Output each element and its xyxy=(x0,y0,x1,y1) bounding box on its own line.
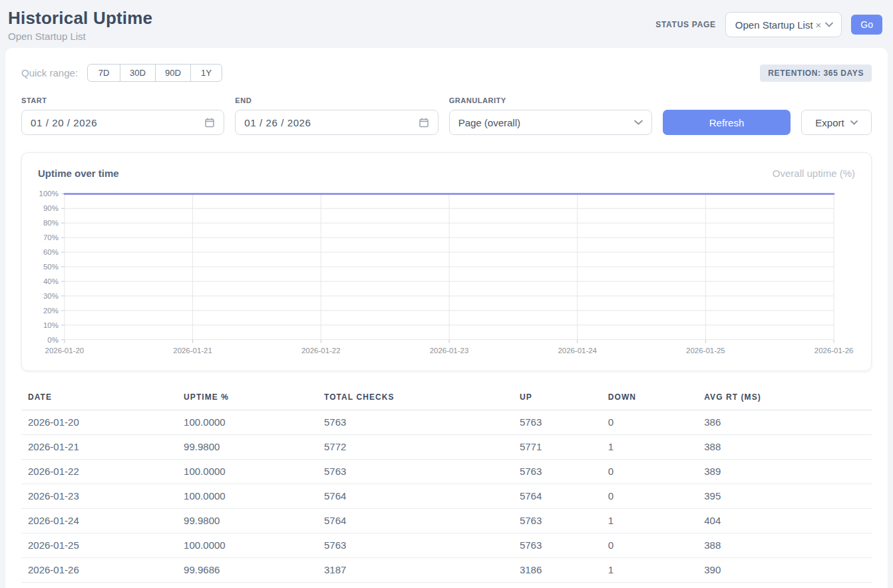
start-date-input[interactable]: 01 / 20 / 2026 xyxy=(21,110,224,135)
granularity-field-group: GRANULARITY Page (overall) xyxy=(449,96,652,135)
table-row: 2026-01-2499.9800576457631404 xyxy=(21,509,872,533)
cell: 5772 xyxy=(324,435,520,460)
cell: 99.9800 xyxy=(184,509,324,533)
cell: 5764 xyxy=(324,484,520,509)
quick-range-30d-button[interactable]: 30D xyxy=(120,64,156,82)
uptime-chart-card: Uptime over time Overall uptime (%) 0%10… xyxy=(21,152,872,371)
cell: 100.0000 xyxy=(184,484,324,509)
cell: 5763 xyxy=(520,533,608,558)
cell: 0 xyxy=(608,484,704,509)
end-date-input[interactable]: 01 / 26 / 2026 xyxy=(235,110,438,135)
table-row: 2026-01-23100.0000576457640395 xyxy=(21,484,872,509)
svg-text:2026-01-23: 2026-01-23 xyxy=(430,347,469,355)
table-row: 2026-01-2699.9686318731861390 xyxy=(21,558,872,583)
cell: 2026-01-22 xyxy=(21,460,184,484)
cell: 5763 xyxy=(520,509,608,533)
quick-range-label: Quick range: xyxy=(21,67,78,78)
table-row: 2026-01-22100.0000576357630389 xyxy=(21,460,872,484)
granularity-label: GRANULARITY xyxy=(449,96,652,104)
svg-text:2026-01-20: 2026-01-20 xyxy=(45,347,85,355)
go-button[interactable]: Go xyxy=(851,15,882,35)
controls-row: START 01 / 20 / 2026 END 01 / 26 / 2026 … xyxy=(21,96,872,135)
cell: 2026-01-23 xyxy=(21,484,184,509)
end-label: END xyxy=(235,96,438,104)
start-date-value: 01 / 20 / 2026 xyxy=(31,117,97,128)
column-header-avg-rt-ms-: AVG RT (MS) xyxy=(704,387,872,410)
cell: 2026-01-26 xyxy=(21,558,184,583)
cell: 99.9686 xyxy=(184,558,324,583)
svg-text:0%: 0% xyxy=(47,336,59,344)
svg-text:50%: 50% xyxy=(43,263,59,271)
cell: 5763 xyxy=(324,410,520,435)
chart-legend: Overall uptime (%) xyxy=(773,168,855,179)
cell: 5763 xyxy=(520,410,608,435)
cell: 0 xyxy=(608,460,704,484)
uptime-table: DATEUPTIME %TOTAL CHECKSUPDOWNAVG RT (MS… xyxy=(21,387,872,583)
quick-range-row: Quick range: 7D 30D 90D 1Y RETENTION: 36… xyxy=(21,64,872,82)
page-subtitle: Open Startup List xyxy=(8,31,152,42)
column-header-date: DATE xyxy=(21,387,184,410)
page-title: Historical Uptime xyxy=(8,8,152,29)
end-date-field-group: END 01 / 26 / 2026 xyxy=(235,96,438,135)
svg-text:2026-01-22: 2026-01-22 xyxy=(301,347,341,355)
svg-text:90%: 90% xyxy=(43,204,59,212)
cell: 100.0000 xyxy=(184,460,324,484)
cell: 5771 xyxy=(520,435,608,460)
cell: 5763 xyxy=(324,460,520,484)
svg-text:70%: 70% xyxy=(43,233,59,241)
calendar-icon[interactable] xyxy=(419,117,429,128)
cell: 395 xyxy=(704,484,872,509)
svg-text:2026-01-24: 2026-01-24 xyxy=(558,347,597,355)
svg-text:30%: 30% xyxy=(43,292,59,300)
svg-text:60%: 60% xyxy=(43,248,59,256)
cell: 1 xyxy=(608,558,704,583)
cell: 5763 xyxy=(324,533,520,558)
chevron-down-icon xyxy=(825,22,833,27)
cell: 5763 xyxy=(520,460,608,484)
cell: 2026-01-24 xyxy=(21,509,184,533)
status-page-selected-value: Open Startup List xyxy=(735,19,813,31)
svg-text:2026-01-26: 2026-01-26 xyxy=(814,347,854,355)
table-row: 2026-01-2199.9800577257711388 xyxy=(21,435,872,460)
svg-text:80%: 80% xyxy=(43,219,59,227)
cell: 99.9800 xyxy=(184,435,324,460)
main-panel: Quick range: 7D 30D 90D 1Y RETENTION: 36… xyxy=(5,48,888,588)
export-button[interactable]: Export xyxy=(801,110,872,135)
cell: 2026-01-20 xyxy=(21,410,184,435)
start-date-field-group: START 01 / 20 / 2026 xyxy=(21,96,224,135)
table-header: DATEUPTIME %TOTAL CHECKSUPDOWNAVG RT (MS… xyxy=(21,387,872,410)
svg-text:10%: 10% xyxy=(43,321,59,329)
calendar-icon[interactable] xyxy=(204,117,215,128)
cell: 5764 xyxy=(520,484,608,509)
chevron-down-icon xyxy=(850,120,858,125)
svg-text:40%: 40% xyxy=(43,277,59,285)
page-header: Historical Uptime Open Startup List STAT… xyxy=(0,0,893,48)
svg-text:20%: 20% xyxy=(43,307,59,315)
svg-text:100%: 100% xyxy=(39,190,59,198)
quick-range-group: 7D 30D 90D 1Y xyxy=(87,64,222,82)
svg-text:2026-01-21: 2026-01-21 xyxy=(173,347,212,355)
cell: 388 xyxy=(704,533,872,558)
granularity-select[interactable]: Page (overall) xyxy=(449,110,652,135)
cell: 386 xyxy=(704,410,872,435)
refresh-button[interactable]: Refresh xyxy=(663,110,791,135)
chevron-down-icon xyxy=(634,120,643,125)
cell: 3187 xyxy=(324,558,520,583)
table-row: 2026-01-25100.0000576357630388 xyxy=(21,533,872,558)
quick-range-90d-button[interactable]: 90D xyxy=(155,64,191,82)
cell: 404 xyxy=(704,509,872,533)
retention-badge: RETENTION: 365 DAYS xyxy=(760,65,872,82)
uptime-line-chart: 0%10%20%30%40%50%60%70%80%90%100%2026-01… xyxy=(38,188,855,360)
uptime-line-chart-svg: 0%10%20%30%40%50%60%70%80%90%100%2026-01… xyxy=(38,188,855,360)
quick-range-7d-button[interactable]: 7D xyxy=(87,64,120,82)
cell: 3186 xyxy=(520,558,608,583)
quick-range-1y-button[interactable]: 1Y xyxy=(190,64,222,82)
cell: 1 xyxy=(608,435,704,460)
clear-selection-icon[interactable]: × xyxy=(816,19,822,31)
cell: 1 xyxy=(608,509,704,533)
start-label: START xyxy=(21,96,224,104)
cell: 100.0000 xyxy=(184,410,324,435)
column-header-down: DOWN xyxy=(608,387,704,410)
status-page-select[interactable]: Open Startup List × xyxy=(725,12,842,37)
column-header-uptime-: UPTIME % xyxy=(184,387,324,410)
